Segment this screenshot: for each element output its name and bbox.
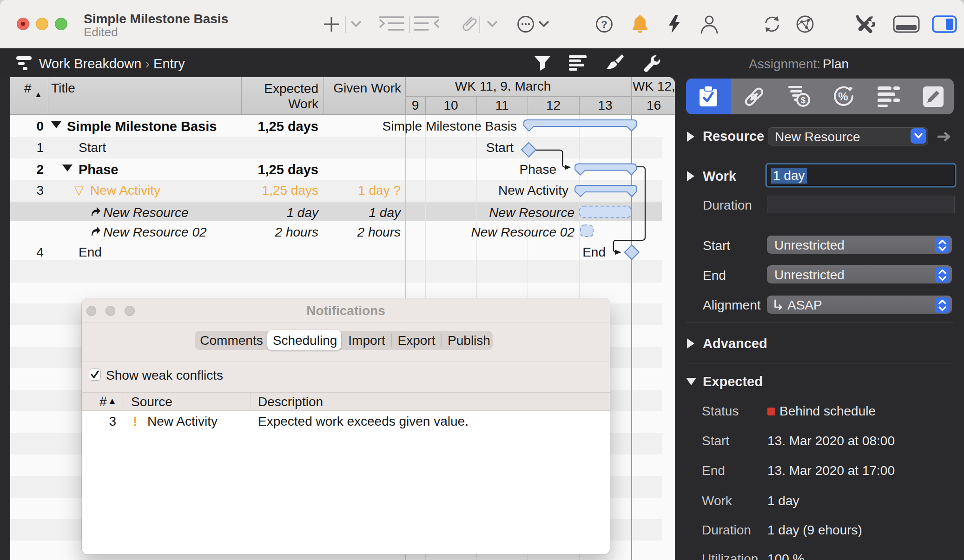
svg-text:%: %	[838, 90, 848, 103]
svg-text:?: ?	[601, 19, 607, 30]
svg-text:$: $	[801, 96, 806, 105]
